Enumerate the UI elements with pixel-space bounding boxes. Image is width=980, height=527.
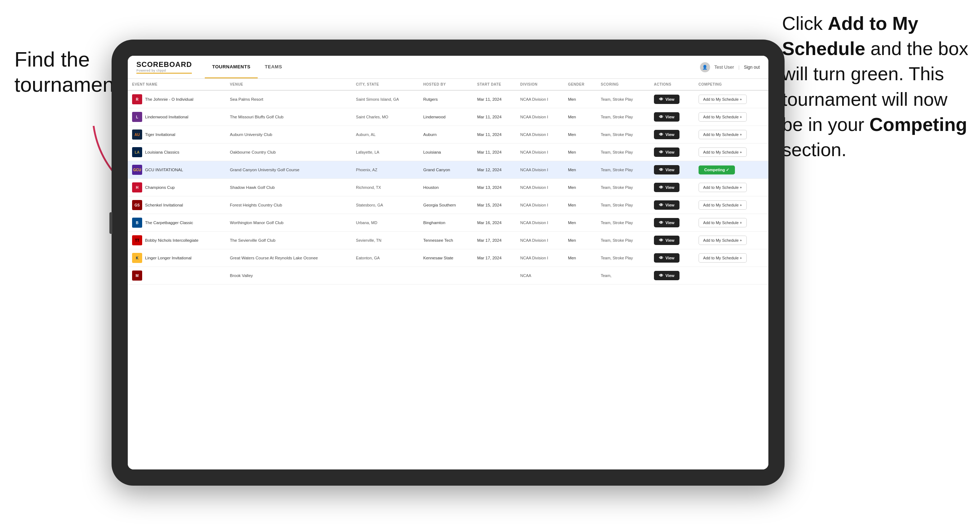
competing-cell: Add to My Schedule + [694,197,768,214]
view-button[interactable]: 👁 View [654,200,679,210]
header-bar: SCOREBOARD Powered by clippd TOURNAMENTS… [128,56,768,79]
venue-cell: The Sevierville Golf Club [226,232,352,249]
view-button[interactable]: 👁 View [654,236,679,245]
view-button[interactable]: 👁 View [654,183,679,192]
team-logo: R [132,94,142,104]
scoring-cell: Team, Stroke Play [597,161,650,179]
nav-tabs: TOURNAMENTS TEAMS [205,56,289,78]
hosted-by-cell: Auburn [419,126,473,143]
scoring-cell: Team, Stroke Play [597,126,650,143]
actions-cell: 👁 View [650,197,694,214]
venue-cell: Shadow Hawk Golf Club [226,179,352,197]
logo-area: SCOREBOARD Powered by clippd [137,60,192,74]
hosted-by-cell: Lindenwood [419,108,473,126]
venue-cell: The Missouri Bluffs Golf Club [226,108,352,126]
table-row: B The Carpetbagger Classic Worthington M… [128,214,768,232]
col-start-date: START DATE [473,79,516,90]
team-logo: GCU [132,165,142,175]
view-button[interactable]: 👁 View [654,253,679,263]
city-state-cell: Eatonton, GA [352,249,419,267]
annotation-left: Find the tournament. [14,47,108,97]
table-row: H Champions Cup Shadow Hawk Golf Club Ri… [128,179,768,197]
start-date-cell: Mar 11, 2024 [473,108,516,126]
city-state-cell: Statesboro, GA [352,197,419,214]
scoring-cell: Team, Stroke Play [597,197,650,214]
start-date-cell: Mar 13, 2024 [473,179,516,197]
actions-cell: 👁 View [650,143,694,161]
scoring-cell: Team, Stroke Play [597,249,650,267]
col-division: DIVISION [516,79,564,90]
add-to-schedule-button[interactable]: Add to My Schedule + [698,183,747,192]
add-to-schedule-button[interactable]: Add to My Schedule + [698,130,747,139]
col-venue: VENUE [226,79,352,90]
view-button[interactable]: 👁 View [654,218,679,227]
sign-out-link[interactable]: Sign out [744,65,760,70]
actions-cell: 👁 View [650,232,694,249]
event-name: The Johnnie - O Individual [145,97,193,102]
table-header-row: EVENT NAME VENUE CITY, STATE HOSTED BY S… [128,79,768,90]
gender-cell: Men [563,90,597,108]
view-button[interactable]: 👁 View [654,271,679,280]
hosted-by-cell: Louisiana [419,143,473,161]
logo-underline [137,73,192,74]
table-row: L Lindenwood Invitational The Missouri B… [128,108,768,126]
table-row: TT Bobby Nichols Intercollegiate The Sev… [128,232,768,249]
col-actions: ACTIONS [650,79,694,90]
scoring-cell: Team, Stroke Play [597,143,650,161]
scoring-cell: Team, Stroke Play [597,232,650,249]
col-gender: GENDER [563,79,597,90]
table-row: K Linger Longer Invitational Great Water… [128,249,768,267]
tab-teams[interactable]: TEAMS [258,56,290,78]
team-logo: H [132,183,142,192]
competing-cell: Add to My Schedule + [694,232,768,249]
competing-cell: Add to My Schedule + [694,108,768,126]
add-to-schedule-button[interactable]: Add to My Schedule + [698,200,747,210]
add-to-schedule-button[interactable]: Add to My Schedule + [698,218,747,227]
table-container: EVENT NAME VENUE CITY, STATE HOSTED BY S… [128,79,768,470]
event-name-cell: GCU GCU INVITATIONAL [128,161,226,179]
add-to-schedule-button[interactable]: Add to My Schedule + [698,148,747,157]
table-row: AU Tiger Invitational Auburn University … [128,126,768,143]
city-state-cell: Sevierville, TN [352,232,419,249]
hosted-by-cell: Houston [419,179,473,197]
tab-tournaments[interactable]: TOURNAMENTS [205,56,257,78]
gender-cell: Men [563,108,597,126]
add-to-schedule-button[interactable]: Add to My Schedule + [698,253,747,263]
eye-icon: 👁 [659,185,663,190]
division-cell: NCAA Division I [516,249,564,267]
event-name: Lindenwood Invitational [145,115,188,119]
start-date-cell: Mar 12, 2024 [473,161,516,179]
competing-cell: Add to My Schedule + [694,90,768,108]
add-to-schedule-button[interactable]: Add to My Schedule + [698,95,747,104]
event-name-cell: L Lindenwood Invitational [128,108,226,126]
start-date-cell: Mar 17, 2024 [473,249,516,267]
competing-cell: Add to My Schedule + [694,179,768,197]
competing-button[interactable]: Competing ✓ [698,165,735,175]
start-date-cell [473,267,516,284]
user-name: Test User [714,64,734,70]
division-cell: NCAA Division I [516,197,564,214]
event-name: GCU INVITATIONAL [145,168,183,172]
actions-cell: 👁 View [650,179,694,197]
view-button[interactable]: 👁 View [654,148,679,157]
col-competing: COMPETING [694,79,768,90]
gender-cell: Men [563,232,597,249]
start-date-cell: Mar 15, 2024 [473,197,516,214]
view-button[interactable]: 👁 View [654,130,679,139]
city-state-cell: Saint Charles, MO [352,108,419,126]
gender-cell: Men [563,179,597,197]
division-cell: NCAA Division I [516,90,564,108]
venue-cell: Oakbourne Country Club [226,143,352,161]
view-button[interactable]: 👁 View [654,95,679,104]
hosted-by-cell: Kennesaw State [419,249,473,267]
add-to-schedule-button[interactable]: Add to My Schedule + [698,112,747,122]
hosted-by-cell: Georgia Southern [419,197,473,214]
view-button[interactable]: 👁 View [654,165,679,175]
tablet-screen: SCOREBOARD Powered by clippd TOURNAMENTS… [128,56,768,470]
add-to-schedule-button[interactable]: Add to My Schedule + [698,236,747,245]
division-cell: NCAA Division I [516,126,564,143]
start-date-cell: Mar 17, 2024 [473,232,516,249]
team-logo: L [132,112,142,122]
table-row: GCU GCU INVITATIONAL Grand Canyon Univer… [128,161,768,179]
view-button[interactable]: 👁 View [654,112,679,122]
